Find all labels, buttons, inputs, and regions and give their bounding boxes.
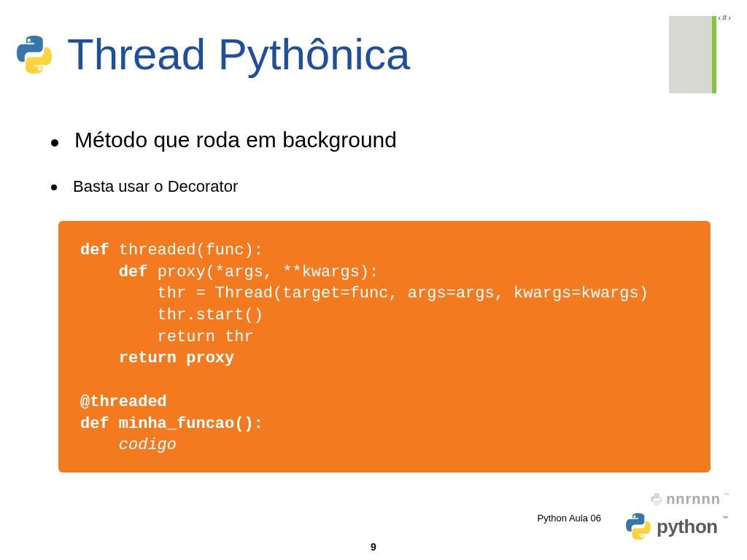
page-marker: ‹#› bbox=[719, 13, 732, 22]
code-line: return thr bbox=[80, 327, 689, 349]
bullet-item: Método que roda em background bbox=[51, 128, 718, 152]
bullet-text: Método que roda em background bbox=[74, 128, 397, 152]
slide-header: Thread Pythônica bbox=[15, 29, 410, 79]
page-title: Thread Pythônica bbox=[67, 29, 410, 79]
footer-course: Python Aula 06 bbox=[538, 513, 601, 524]
code-line: @threaded bbox=[80, 392, 689, 413]
code-line bbox=[80, 370, 689, 392]
code-line: return proxy bbox=[80, 348, 689, 370]
bullet-dot-icon bbox=[51, 139, 58, 147]
code-line: def threaded(func): bbox=[80, 240, 689, 262]
top-accent-block bbox=[669, 16, 716, 93]
code-line: def proxy(*args, **kwargs): bbox=[80, 262, 689, 284]
bullet-dot-icon bbox=[51, 184, 57, 190]
slide-content: Método que roda em background Basta usar… bbox=[51, 128, 718, 472]
code-line: def minha_funcao(): bbox=[80, 413, 689, 435]
code-line: thr.start() bbox=[80, 305, 689, 327]
page-number: 9 bbox=[371, 541, 376, 553]
code-line: codigo bbox=[80, 435, 689, 456]
python-logo-footer: python ™ bbox=[624, 510, 734, 542]
code-block: def threaded(func): def proxy(*args, **k… bbox=[58, 221, 711, 472]
python-logo-text: python bbox=[657, 516, 718, 538]
bullet-text: Basta usar o Decorator bbox=[73, 177, 238, 196]
python-logo-icon bbox=[15, 35, 54, 74]
python-logo-faded: nnrnnn ™ bbox=[650, 491, 729, 508]
bullet-item: Basta usar o Decorator bbox=[51, 177, 718, 196]
python-logo-tm: ™ bbox=[722, 515, 728, 521]
code-line: thr = Thread(target=func, args=args, kwa… bbox=[80, 283, 689, 305]
